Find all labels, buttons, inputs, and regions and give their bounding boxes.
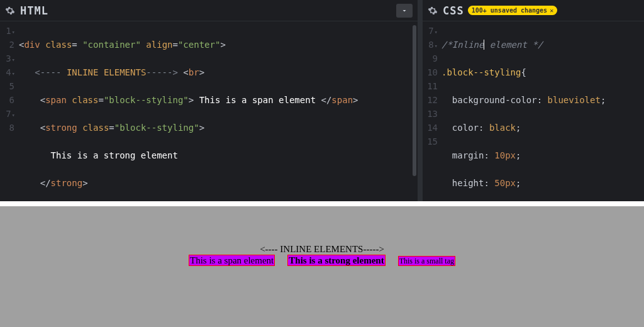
gear-icon[interactable] [428, 6, 438, 16]
span-element-box: This is a span element [189, 255, 275, 266]
css-panel-header: CSS 100+ unsaved changes ✕ [423, 0, 644, 21]
editors-row: HTML 1▾ 2 3▾ 4▾ 5 6 7▾ 8 <div class= "co… [0, 0, 644, 201]
inline-row: This is a span element This is a strong … [0, 255, 644, 266]
html-panel-title: HTML [20, 4, 48, 17]
html-scrollbar[interactable] [413, 25, 416, 176]
badge-text: 100+ unsaved changes [472, 7, 547, 14]
inline-elements-label: <---- INLINE ELEMENTS-----> [0, 244, 644, 255]
gear-icon[interactable] [5, 6, 15, 16]
css-editor-panel: CSS 100+ unsaved changes ✕ 7▾ 8▾ 9 10 11… [423, 0, 644, 201]
strong-element-box: This is a strong element [287, 255, 385, 266]
html-editor-panel: HTML 1▾ 2 3▾ 4▾ 5 6 7▾ 8 <div class= "co… [0, 0, 423, 201]
close-icon[interactable]: ✕ [550, 7, 553, 14]
preview-content: <---- INLINE ELEMENTS-----> This is a sp… [0, 206, 644, 266]
small-element-box: This is a small tag [398, 256, 455, 266]
unsaved-changes-badge[interactable]: 100+ unsaved changes ✕ [468, 6, 557, 15]
css-panel-title: CSS [443, 4, 464, 17]
html-panel-header: HTML [0, 0, 418, 21]
html-collapse-button[interactable] [396, 4, 413, 18]
app-root: HTML 1▾ 2 3▾ 4▾ 5 6 7▾ 8 <div class= "co… [0, 0, 644, 327]
chevron-down-icon [401, 7, 408, 14]
preview-pane: <---- INLINE ELEMENTS-----> This is a sp… [0, 206, 644, 327]
